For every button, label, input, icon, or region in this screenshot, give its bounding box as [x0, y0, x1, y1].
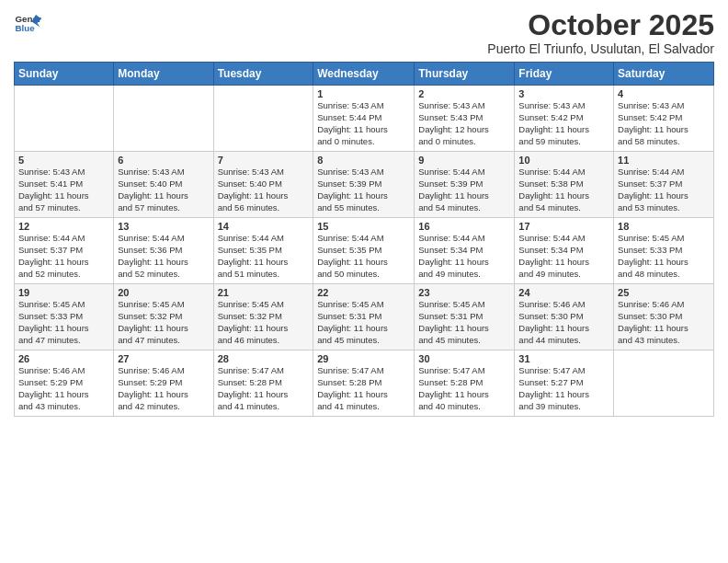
calendar-week-row: 19Sunrise: 5:45 AMSunset: 5:33 PMDayligh…	[15, 284, 714, 350]
day-info: Sunrise: 5:45 AMSunset: 5:33 PMDaylight:…	[18, 299, 109, 346]
table-row: 2Sunrise: 5:43 AMSunset: 5:43 PMDaylight…	[415, 86, 515, 152]
day-info: Sunrise: 5:43 AMSunset: 5:42 PMDaylight:…	[618, 100, 710, 147]
day-info: Sunrise: 5:46 AMSunset: 5:30 PMDaylight:…	[518, 299, 609, 346]
day-info: Sunrise: 5:43 AMSunset: 5:44 PMDaylight:…	[317, 100, 410, 147]
day-info: Sunrise: 5:44 AMSunset: 5:39 PMDaylight:…	[418, 167, 510, 213]
day-number: 1	[317, 88, 410, 99]
day-number: 30	[418, 353, 510, 364]
day-info: Sunrise: 5:46 AMSunset: 5:29 PMDaylight:…	[118, 365, 209, 412]
day-number: 4	[618, 88, 710, 99]
day-info: Sunrise: 5:43 AMSunset: 5:41 PMDaylight:…	[18, 167, 109, 213]
day-info: Sunrise: 5:44 AMSunset: 5:37 PMDaylight:…	[618, 167, 710, 213]
table-row: 23Sunrise: 5:45 AMSunset: 5:31 PMDayligh…	[415, 284, 515, 350]
col-saturday: Saturday	[614, 63, 714, 86]
day-number: 19	[18, 287, 109, 298]
day-number: 5	[18, 155, 109, 166]
day-info: Sunrise: 5:43 AMSunset: 5:43 PMDaylight:…	[418, 100, 510, 147]
table-row: 22Sunrise: 5:45 AMSunset: 5:31 PMDayligh…	[313, 284, 415, 350]
table-row: 24Sunrise: 5:46 AMSunset: 5:30 PMDayligh…	[515, 284, 614, 350]
day-number: 28	[218, 353, 310, 364]
day-number: 23	[418, 287, 510, 298]
day-info: Sunrise: 5:47 AMSunset: 5:27 PMDaylight:…	[518, 365, 609, 412]
day-number: 3	[518, 88, 609, 99]
table-row: 13Sunrise: 5:44 AMSunset: 5:36 PMDayligh…	[114, 218, 213, 284]
day-info: Sunrise: 5:44 AMSunset: 5:36 PMDaylight:…	[118, 233, 209, 280]
day-info: Sunrise: 5:44 AMSunset: 5:34 PMDaylight:…	[418, 233, 510, 280]
table-row: 17Sunrise: 5:44 AMSunset: 5:34 PMDayligh…	[515, 218, 614, 284]
day-number: 7	[218, 155, 310, 166]
calendar-week-row: 26Sunrise: 5:46 AMSunset: 5:29 PMDayligh…	[15, 350, 714, 417]
day-number: 20	[118, 287, 209, 298]
day-number: 9	[418, 155, 510, 166]
day-info: Sunrise: 5:43 AMSunset: 5:39 PMDaylight:…	[317, 167, 410, 213]
day-number: 15	[317, 221, 410, 232]
calendar-week-row: 5Sunrise: 5:43 AMSunset: 5:41 PMDaylight…	[15, 152, 714, 218]
calendar-week-row: 12Sunrise: 5:44 AMSunset: 5:37 PMDayligh…	[15, 218, 714, 284]
day-number: 27	[118, 353, 209, 364]
table-row: 21Sunrise: 5:45 AMSunset: 5:32 PMDayligh…	[213, 284, 313, 350]
table-row: 1Sunrise: 5:43 AMSunset: 5:44 PMDaylight…	[313, 86, 415, 152]
col-friday: Friday	[515, 63, 614, 86]
day-number: 13	[118, 221, 209, 232]
table-row: 29Sunrise: 5:47 AMSunset: 5:28 PMDayligh…	[313, 350, 415, 417]
calendar-table: Sunday Monday Tuesday Wednesday Thursday…	[14, 62, 714, 417]
table-row	[114, 86, 213, 152]
day-number: 25	[618, 287, 710, 298]
col-thursday: Thursday	[415, 63, 515, 86]
calendar-header-row: Sunday Monday Tuesday Wednesday Thursday…	[15, 63, 714, 86]
day-info: Sunrise: 5:45 AMSunset: 5:31 PMDaylight:…	[317, 299, 410, 346]
table-row: 27Sunrise: 5:46 AMSunset: 5:29 PMDayligh…	[114, 350, 213, 417]
day-number: 10	[518, 155, 609, 166]
page: General Blue October 2025 Puerto El Triu…	[0, 0, 728, 563]
day-info: Sunrise: 5:46 AMSunset: 5:29 PMDaylight:…	[18, 365, 109, 412]
day-info: Sunrise: 5:47 AMSunset: 5:28 PMDaylight:…	[317, 365, 410, 412]
svg-text:Blue: Blue	[16, 23, 36, 33]
table-row: 10Sunrise: 5:44 AMSunset: 5:38 PMDayligh…	[515, 152, 614, 218]
day-number: 21	[218, 287, 310, 298]
day-number: 24	[518, 287, 609, 298]
day-number: 18	[618, 221, 710, 232]
table-row: 25Sunrise: 5:46 AMSunset: 5:30 PMDayligh…	[614, 284, 714, 350]
col-tuesday: Tuesday	[213, 63, 313, 86]
day-info: Sunrise: 5:44 AMSunset: 5:35 PMDaylight:…	[317, 233, 410, 280]
header: General Blue October 2025 Puerto El Triu…	[14, 9, 714, 56]
day-info: Sunrise: 5:45 AMSunset: 5:32 PMDaylight:…	[218, 299, 310, 346]
day-number: 8	[317, 155, 410, 166]
day-number: 11	[618, 155, 710, 166]
day-number: 22	[317, 287, 410, 298]
table-row: 12Sunrise: 5:44 AMSunset: 5:37 PMDayligh…	[15, 218, 114, 284]
day-info: Sunrise: 5:46 AMSunset: 5:30 PMDaylight:…	[618, 299, 710, 346]
day-number: 29	[317, 353, 410, 364]
day-info: Sunrise: 5:43 AMSunset: 5:40 PMDaylight:…	[218, 167, 310, 213]
table-row: 8Sunrise: 5:43 AMSunset: 5:39 PMDaylight…	[313, 152, 415, 218]
title-block: October 2025 Puerto El Triunfo, Usulutan…	[487, 9, 714, 56]
day-info: Sunrise: 5:43 AMSunset: 5:42 PMDaylight:…	[518, 100, 609, 147]
col-wednesday: Wednesday	[313, 63, 415, 86]
day-info: Sunrise: 5:47 AMSunset: 5:28 PMDaylight:…	[418, 365, 510, 412]
table-row: 7Sunrise: 5:43 AMSunset: 5:40 PMDaylight…	[213, 152, 313, 218]
day-number: 2	[418, 88, 510, 99]
day-info: Sunrise: 5:44 AMSunset: 5:34 PMDaylight:…	[518, 233, 609, 280]
table-row: 31Sunrise: 5:47 AMSunset: 5:27 PMDayligh…	[515, 350, 614, 417]
table-row	[213, 86, 313, 152]
table-row	[15, 86, 114, 152]
table-row: 28Sunrise: 5:47 AMSunset: 5:28 PMDayligh…	[213, 350, 313, 417]
day-number: 26	[18, 353, 109, 364]
day-info: Sunrise: 5:47 AMSunset: 5:28 PMDaylight:…	[218, 365, 310, 412]
day-number: 14	[218, 221, 310, 232]
table-row: 26Sunrise: 5:46 AMSunset: 5:29 PMDayligh…	[15, 350, 114, 417]
table-row: 6Sunrise: 5:43 AMSunset: 5:40 PMDaylight…	[114, 152, 213, 218]
day-info: Sunrise: 5:45 AMSunset: 5:33 PMDaylight:…	[618, 233, 710, 280]
table-row: 30Sunrise: 5:47 AMSunset: 5:28 PMDayligh…	[415, 350, 515, 417]
day-number: 17	[518, 221, 609, 232]
table-row: 11Sunrise: 5:44 AMSunset: 5:37 PMDayligh…	[614, 152, 714, 218]
col-monday: Monday	[114, 63, 213, 86]
day-info: Sunrise: 5:44 AMSunset: 5:38 PMDaylight:…	[518, 167, 609, 213]
day-info: Sunrise: 5:45 AMSunset: 5:32 PMDaylight:…	[118, 299, 209, 346]
table-row: 14Sunrise: 5:44 AMSunset: 5:35 PMDayligh…	[213, 218, 313, 284]
day-info: Sunrise: 5:44 AMSunset: 5:35 PMDaylight:…	[218, 233, 310, 280]
table-row: 15Sunrise: 5:44 AMSunset: 5:35 PMDayligh…	[313, 218, 415, 284]
day-number: 6	[118, 155, 209, 166]
table-row: 18Sunrise: 5:45 AMSunset: 5:33 PMDayligh…	[614, 218, 714, 284]
table-row: 9Sunrise: 5:44 AMSunset: 5:39 PMDaylight…	[415, 152, 515, 218]
